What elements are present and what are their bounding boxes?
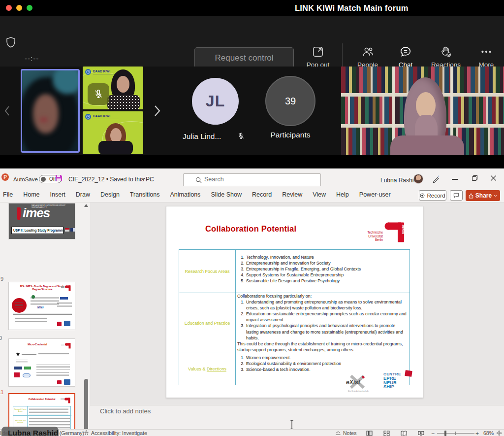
chevron-left-icon[interactable]: [2, 104, 13, 117]
zoom-slider-track[interactable]: [437, 433, 474, 434]
people-button[interactable]: People: [350, 45, 385, 68]
window-gap: [0, 155, 504, 168]
imes-mark-shape: [17, 207, 21, 220]
close-button[interactable]: [490, 175, 497, 181]
zoom-out-button[interactable]: −: [431, 430, 435, 436]
video-tile-daad-1[interactable]: DAAD KIWi: [83, 67, 143, 109]
video-stage-main[interactable]: [341, 67, 504, 155]
chevron-down-icon[interactable]: [142, 177, 146, 180]
search-box[interactable]: [183, 173, 321, 186]
save-icon[interactable]: [55, 174, 63, 182]
account-name[interactable]: Lubna Rashid: [380, 177, 417, 184]
thumbnail-partial-slide[interactable]: MANAGEMENT ENTREPRENEURSHIP SUSTAINABILI…: [8, 203, 75, 239]
tu-logo-icon: berlin: [384, 218, 407, 243]
chevron-right-icon[interactable]: [151, 103, 163, 118]
thumb-textlines: [16, 360, 28, 364]
close-traffic-light[interactable]: [6, 5, 12, 11]
uni-logo-shape: [32, 295, 35, 299]
popout-button[interactable]: Pop out: [300, 45, 336, 68]
table-item: Entrepreneurship in Fragile, Emerging, a…: [246, 266, 409, 272]
presenter-name: Lubna Rashid: [8, 429, 58, 436]
zoom-level[interactable]: 68%: [483, 430, 494, 436]
tab-insert[interactable]: Insert: [50, 191, 65, 198]
record-button[interactable]: Record: [419, 190, 446, 201]
flag-logo-shape: [70, 228, 75, 232]
fit-to-window-icon[interactable]: [496, 430, 502, 436]
more-button[interactable]: More: [469, 45, 504, 68]
table-item: Understanding and promoting entrepreneur…: [246, 299, 409, 311]
minimize-traffic-light[interactable]: [16, 5, 22, 11]
presenter-name-tag: Lubna Rashid: [1, 427, 59, 436]
tab-file[interactable]: File: [3, 191, 13, 198]
video-tile-active-speaker[interactable]: [21, 69, 80, 153]
table-item: Entrepreneurship and Innovation for Soci…: [246, 260, 409, 266]
row-header-education-and-practice: Education and Practice: [179, 293, 235, 353]
accessibility-status[interactable]: Accessibility: Investigate: [91, 430, 147, 436]
filename: CfE_2022_12: [68, 176, 104, 183]
row-header-values-directions: Values & Directions: [179, 353, 235, 385]
status-bar: Slide 11 of 11 German (Germany) Accessib…: [0, 429, 504, 436]
star-logo-shape: [16, 352, 20, 356]
zoom-traffic-light[interactable]: [27, 5, 32, 11]
slide-number-selected: 11: [0, 389, 3, 395]
notes-placeholder: Click to add notes: [100, 407, 151, 415]
tab-review[interactable]: Review: [282, 191, 302, 198]
share-button[interactable]: Share: [466, 190, 500, 201]
powerpoint-app-icon[interactable]: P: [1, 173, 9, 181]
thumb-textlines: [36, 372, 69, 377]
thumbnail-slide-10[interactable]: Micro-Credential: [8, 338, 75, 387]
tab-power-user[interactable]: Power-user: [359, 191, 391, 198]
minimize-button[interactable]: [452, 179, 458, 180]
tab-help[interactable]: Help: [336, 191, 349, 198]
account-avatar[interactable]: [413, 174, 423, 184]
autosave-label: AutoSave: [13, 176, 38, 182]
pen-icon[interactable]: [432, 175, 440, 183]
tab-animations[interactable]: Animations: [170, 191, 201, 198]
partner-logo-shape: [60, 297, 68, 300]
scrollbar-thumb[interactable]: [84, 379, 88, 436]
slide-editor[interactable]: Collaboration Potential Technische Unive…: [166, 206, 423, 398]
accessibility-icon: [84, 430, 89, 436]
people-icon: [361, 45, 374, 58]
search-input[interactable]: [204, 176, 313, 183]
avatar[interactable]: JL: [192, 78, 239, 125]
more-icon: [480, 45, 493, 58]
request-control-button[interactable]: Request control: [194, 47, 294, 68]
tab-view[interactable]: View: [313, 191, 326, 198]
reading-view-button[interactable]: [401, 431, 407, 436]
tab-draw[interactable]: Draw: [76, 191, 90, 198]
thumbnail-slide-9[interactable]: MSc IMES - Double Degree and Single Degr…: [8, 282, 75, 330]
video-strip: DAAD KIWi DAAD KIWi JL: [0, 67, 504, 155]
document-title[interactable]: CfE_2022_12 • Saved to this PC: [68, 176, 154, 183]
chat-button[interactable]: Chat: [388, 45, 423, 68]
footer-logo-shape: [57, 380, 62, 384]
zoom-slider-tick: [455, 432, 456, 435]
notes-pane[interactable]: Click to add notes: [90, 405, 504, 429]
tu-logo-mini: [61, 342, 72, 349]
video-tile-daad-2[interactable]: DAAD KIWi: [83, 111, 143, 154]
tab-transitions[interactable]: Transitions: [130, 191, 160, 198]
slide-sorter-view-button[interactable]: [383, 431, 390, 436]
tab-design[interactable]: Design: [100, 191, 120, 198]
text-cursor-icon: [288, 419, 295, 430]
zoom-slider-thumb[interactable]: [444, 431, 446, 436]
row-body-education-and-practice: Collaborations focusing particularly on:…: [236, 293, 410, 353]
normal-view-button[interactable]: [366, 431, 373, 436]
partner-logo-shape: [14, 372, 20, 377]
thumb-textlines: [36, 365, 70, 370]
reactions-button[interactable]: Reactions: [428, 45, 464, 68]
powerpoint-window: P AutoSave Off CfE_2022_12 • Saved to th…: [0, 168, 504, 436]
zoom-in-button[interactable]: +: [475, 430, 479, 436]
tab-record[interactable]: Record: [252, 191, 272, 198]
restore-button[interactable]: [472, 175, 478, 181]
partner-logo-shape: [23, 373, 31, 377]
tab-slide-show[interactable]: Slide Show: [211, 191, 242, 198]
participants-bubble[interactable]: 39: [265, 76, 315, 126]
scrollbar-up-arrow[interactable]: [84, 203, 89, 207]
comments-button[interactable]: [450, 190, 463, 201]
tab-home[interactable]: Home: [23, 191, 39, 198]
separator: •: [106, 176, 108, 183]
slideshow-view-button[interactable]: [418, 431, 424, 436]
notes-toggle[interactable]: Notes: [343, 430, 356, 436]
slide-thumbnail-panel: MANAGEMENT ENTREPRENEURSHIP SUSTAINABILI…: [0, 202, 90, 429]
